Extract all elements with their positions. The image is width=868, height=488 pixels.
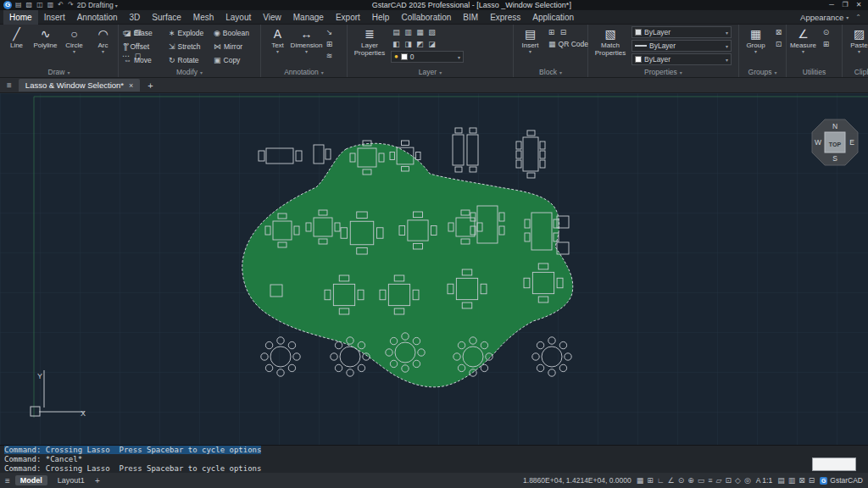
menu-tab-view[interactable]: View	[257, 10, 287, 25]
layer-dropdown[interactable]: ● 0 ▾	[391, 51, 464, 63]
menu-tab-surface[interactable]: Surface	[146, 10, 186, 25]
panel-label-block[interactable]: Block ▾	[514, 67, 587, 77]
minimize-ribbon-icon[interactable]: ⌃	[852, 14, 865, 21]
modify-copy-tool[interactable]: ▣Copy	[211, 53, 256, 67]
appearance-menu[interactable]: Appearance ▾	[800, 13, 852, 22]
modify-offset-tool[interactable]: ∥Offset	[121, 40, 166, 53]
panel-label-properties[interactable]: Properties ▾	[588, 67, 738, 77]
quick-calc-icon[interactable]: ⊞	[821, 38, 832, 49]
properties-match-properties-tool[interactable]: ▧Match Properties	[591, 26, 630, 58]
menu-tab-collaboration[interactable]: Collaboration	[395, 10, 457, 25]
zoom-icon[interactable]: ◎	[744, 476, 751, 485]
layer-off-icon[interactable]: ▥	[403, 26, 414, 37]
view-cube[interactable]: TOP N W E S	[812, 119, 858, 165]
menu-tab-annotation[interactable]: Annotation	[71, 10, 124, 25]
clipboard-paste-tool[interactable]: ▨Paste▾	[845, 26, 868, 55]
modify-mirror-tool[interactable]: ⋈Mirror	[211, 40, 256, 53]
modify-explode-tool[interactable]: ∗Explode	[166, 26, 211, 40]
autoscale-icon[interactable]: ▥	[788, 476, 796, 485]
group-edit-icon[interactable]: ⊡	[773, 38, 784, 49]
draw-circle-tool[interactable]: ○Circle▾	[60, 26, 88, 55]
draw-arc-tool[interactable]: ◠Arc▾	[89, 26, 117, 55]
table-icon[interactable]: ⊞	[324, 38, 335, 49]
color-control[interactable]: ByLayer▾	[632, 26, 732, 38]
layer-layer-properties-tool[interactable]: ≣Layer Properties	[350, 26, 389, 58]
menu-tab-application[interactable]: Application	[526, 10, 580, 25]
annotation-text-tool[interactable]: AText▾	[264, 26, 292, 55]
block-create-icon[interactable]: ⊞	[546, 26, 557, 37]
command-popup-box[interactable]	[812, 458, 856, 471]
view-cube-east[interactable]: E	[849, 138, 854, 147]
command-line-panel[interactable]: Command: Crossing Lasso Press Spacebar t…	[0, 445, 868, 473]
quick-select-icon[interactable]: ⊙	[821, 26, 832, 37]
view-cube-west[interactable]: W	[815, 138, 821, 147]
annotation-visibility-icon[interactable]: ▤	[777, 476, 785, 485]
layer-unisolate-icon[interactable]: ◨	[403, 38, 414, 49]
utilities-measure-tool[interactable]: ∠Measure▾	[789, 26, 817, 55]
3d-osnap-icon[interactable]: ◇	[735, 476, 741, 485]
object-tracking-icon[interactable]: ⊕	[687, 476, 694, 485]
annotation-dimension-tool[interactable]: ↔Dimension▾	[292, 26, 320, 55]
block-attribute-icon[interactable]: ⊟	[558, 26, 569, 37]
save-icon[interactable]: ◫	[36, 0, 43, 10]
modify-boolean-tool[interactable]: ◉Boolean	[211, 26, 256, 40]
transparency-icon[interactable]: ▱	[716, 476, 722, 485]
command-line[interactable]: Command: Crossing Lasso Press Spacebar t…	[0, 464, 868, 473]
menu-tab-mesh[interactable]: Mesh	[187, 10, 220, 25]
view-cube-south[interactable]: S	[832, 154, 837, 163]
draw-polyline-tool[interactable]: ∿Polyline	[31, 26, 59, 55]
close-button[interactable]: ✕	[853, 0, 865, 10]
workspace-icon[interactable]: ⊠	[798, 476, 805, 485]
groups-group-tool[interactable]: ▦Group▾	[742, 26, 770, 55]
new-layout-button[interactable]: +	[95, 476, 100, 485]
panel-label-annotation[interactable]: Annotation ▾	[261, 67, 347, 77]
print-icon[interactable]: ▥	[47, 0, 54, 10]
lineweight-icon[interactable]: ≡	[708, 476, 712, 485]
polar-tracking-icon[interactable]: ∠	[668, 476, 675, 485]
menu-tab-home[interactable]: Home	[3, 10, 38, 25]
text-style-icon[interactable]: ≋	[324, 50, 335, 61]
layer-match-icon[interactable]: ◩	[415, 38, 426, 49]
layer-previous-icon[interactable]: ◪	[426, 38, 437, 49]
menu-tab-express[interactable]: Express	[484, 10, 526, 25]
dynamic-input-icon[interactable]: ▭	[698, 476, 705, 485]
drawing-canvas[interactable]: TOP N W E S Y X	[0, 93, 868, 445]
gstarcad-logo-icon[interactable]: G	[3, 1, 12, 9]
model-tab[interactable]: Model	[15, 475, 47, 485]
selection-cycling-icon[interactable]: ⊡	[725, 476, 732, 485]
new-file-icon[interactable]: ▤	[15, 0, 22, 10]
panel-label-clipboard[interactable]: Clipboard	[843, 67, 868, 77]
modify-rotate-tool[interactable]: ↻Rotate	[166, 53, 211, 67]
modify-stretch-tool[interactable]: ⇲Stretch	[166, 40, 211, 53]
menu-tab-insert[interactable]: Insert	[38, 10, 71, 25]
redo-icon[interactable]: ↷	[68, 0, 74, 10]
layer-freeze-icon[interactable]: ▦	[415, 26, 426, 37]
menu-tab-bim[interactable]: BIM	[457, 10, 484, 25]
lineweight-control[interactable]: ByLayer▾	[632, 53, 732, 65]
leader-icon[interactable]: ↘	[324, 26, 335, 37]
draw-line-tool[interactable]: ╱Line	[3, 26, 31, 55]
maximize-button[interactable]: ❐	[839, 0, 851, 10]
menu-tab-help[interactable]: Help	[366, 10, 396, 25]
clean-screen-icon[interactable]: ⊟	[809, 476, 815, 485]
menu-tab-export[interactable]: Export	[330, 10, 366, 25]
document-tab-active[interactable]: Lasso & Window Selection* ×	[19, 79, 140, 92]
panel-label-draw[interactable]: Draw ▾	[0, 67, 118, 77]
block-qr-code-tool[interactable]: ▦QR Code	[546, 39, 591, 49]
ortho-icon[interactable]: ∟	[657, 476, 665, 485]
new-document-button[interactable]: +	[143, 80, 157, 91]
minimize-button[interactable]: ─	[826, 0, 837, 10]
osnap-icon[interactable]: ⊙	[678, 476, 685, 485]
ungroup-icon[interactable]: ⊠	[773, 26, 784, 37]
linetype-control[interactable]: ByLayer▾	[632, 40, 732, 52]
command-line[interactable]: Command: *Cancel*	[0, 455, 868, 464]
layout1-tab[interactable]: Layout1	[53, 475, 90, 485]
close-tab-icon[interactable]: ×	[129, 81, 133, 90]
workspace-switcher[interactable]: 2D Drafting ▾	[77, 1, 118, 9]
panel-label-utilities[interactable]: Utilities	[787, 67, 842, 77]
panel-label-layer[interactable]: Layer ▾	[348, 67, 513, 77]
panel-label-modify[interactable]: Modify ▾	[119, 67, 260, 77]
menu-tab-3d[interactable]: 3D	[124, 10, 147, 25]
snap-icon[interactable]: ⊞	[647, 476, 654, 485]
layer-on-icon[interactable]: ▤	[391, 26, 402, 37]
